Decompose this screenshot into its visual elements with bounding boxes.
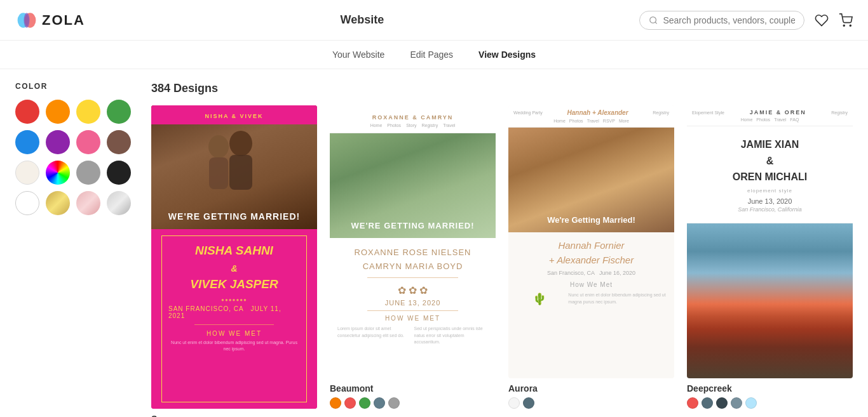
color-blue[interactable] [15,130,39,154]
deepcreek-header: Elopement Style JAMIE & OREN Registry Ho… [687,105,853,126]
deepcreek-name: Deepcreek [687,383,853,394]
aurora-swatch-2[interactable] [523,397,534,409]
beaumont-divider [367,277,458,278]
sona-divider [194,324,273,325]
cart-icon [839,13,853,27]
deepcreek-names: JAMIE XIAN & OREN MICHALI [697,136,843,185]
sona-desc: Nunc ut enim et dolor bibendum adipiscin… [168,340,300,352]
svg-rect-10 [209,157,228,189]
logo[interactable]: ZOLA [15,9,85,32]
aurora-names: Hannah Fornier + Alexander Fischer [549,239,634,267]
aurora-swatches [508,397,674,409]
design-card-deepcreek[interactable]: Elopement Style JAMIE & OREN Registry Ho… [687,105,853,409]
design-card-sona[interactable]: WE'RE GETTING MARRIED! NISHA & VIVEK NIS… [151,105,317,409]
beaumont-desc-right: Sed ut perspiciatis unde omnis iste natu… [414,326,489,346]
beaumont-2col: Lorem ipsum dolor sit amet consectetur a… [337,326,488,346]
deepcreek-swatch-4[interactable] [731,397,742,409]
design-card-beaumont[interactable]: ROXANNE & CAMRYN Home Photos Story Regis… [330,105,496,409]
beaumont-photo: WE'RE GETTING MARRIED! [330,133,496,238]
color-orange[interactable] [46,100,70,124]
beaumont-swatches [330,397,496,409]
sona-location-date: SAN FRANCISCO, CA JULY 11, 2021 [168,305,300,319]
beaumont-swatch-3[interactable] [359,397,370,409]
deepcreek-swatch-3[interactable] [716,397,728,409]
color-gold[interactable] [46,191,70,215]
aurora-bottom: Hannah Fornier + Alexander Fischer San F… [508,232,674,378]
deepcreek-location: San Francisco, California [697,206,843,213]
beaumont-how: HOW WE MET [385,315,440,322]
sona-top-names: NISHA & VIVEK [205,113,263,119]
design-card-aurora[interactable]: Wedding Party Hannah + Alexander Registr… [508,105,674,409]
aurora-desc: Nunc ut enim et dolor bibendum adipiscin… [568,292,668,306]
main-layout: COLOR 384 Designs [0,69,868,417]
color-brown[interactable] [107,130,131,154]
sona-bride: NISHA SAHNI & VIVEK JASPER [190,242,278,293]
color-rose[interactable] [76,191,100,215]
color-yellow[interactable] [76,100,100,124]
svg-point-9 [208,135,229,158]
aurora-how: How We Met [570,281,613,288]
aurora-cactus-icon: 🌵 [532,292,546,306]
beaumont-swatch-5[interactable] [388,397,400,409]
beaumont-card-inner: ROXANNE & CAMRYN Home Photos Story Regis… [330,105,496,378]
deepcreek-top-section: JAMIE XIAN & OREN MICHALI elopement styl… [687,126,853,223]
aurora-name: Aurora [508,383,674,394]
sidebar: COLOR [15,82,136,409]
color-pink[interactable] [76,130,100,154]
deepcreek-swatch-1[interactable] [687,397,698,409]
search-box[interactable] [639,11,804,30]
wishlist-button[interactable] [815,13,829,27]
deepcreek-top-names: JAMIE & OREN [750,109,806,116]
svg-rect-8 [229,155,252,190]
beaumont-name: Beaumont [330,383,496,394]
color-green[interactable] [107,100,131,124]
color-black[interactable] [107,161,131,185]
sub-nav-view-designs[interactable]: View Designs [478,50,536,60]
header: ZOLA Website [0,0,868,41]
header-title: Website [341,13,384,27]
aurora-photo: We're Getting Married! [508,128,674,232]
beaumont-swatch-2[interactable] [344,397,356,409]
search-input[interactable] [663,15,795,25]
deepcreek-subtitle: elopement style [697,188,843,194]
sona-how-we-met: HOW WE MET [207,330,262,337]
content-area: 384 Designs [151,82,853,409]
svg-point-6 [850,25,851,26]
sona-photo-text: WE'RE GETTING MARRIED! [151,211,317,222]
deepcreek-swatch-5[interactable] [745,397,757,409]
color-red[interactable] [15,100,39,124]
aurora-swatch-1[interactable] [508,397,520,409]
color-gray[interactable] [76,161,100,185]
deepcreek-swatches [687,397,853,409]
aurora-card-inner: Wedding Party Hannah + Alexander Registr… [508,105,674,378]
beaumont-header: ROXANNE & CAMRYN Home Photos Story Regis… [330,105,496,133]
color-silver[interactable] [107,191,131,215]
beaumont-desc-left: Lorem ipsum dolor sit amet consectetur a… [337,326,412,346]
aurora-top-names-center: Hannah + Alexander [567,109,628,116]
sub-nav-your-website[interactable]: Your Website [332,50,385,60]
color-white[interactable] [15,191,39,215]
svg-line-4 [655,22,657,23]
beaumont-swatch-4[interactable] [374,397,385,409]
header-right [639,11,853,30]
beaumont-bottom: ROXANNE ROSE NIELSEN CAMRYN MARIA BOYD ✿… [330,238,496,378]
color-purple[interactable] [46,130,70,154]
beaumont-top-names: ROXANNE & CAMRYN [372,114,454,121]
color-rainbow[interactable] [46,161,70,185]
search-icon [649,15,658,25]
cart-button[interactable] [839,13,853,27]
deepcreek-card-inner: Elopement Style JAMIE & OREN Registry Ho… [687,105,853,378]
beaumont-swatch-1[interactable] [330,397,341,409]
sub-nav: Your Website Edit Pages View Designs [0,41,868,69]
designs-grid: WE'RE GETTING MARRIED! NISHA & VIVEK NIS… [151,105,853,409]
deepcreek-swatch-2[interactable] [702,397,713,409]
svg-point-5 [843,25,844,26]
beaumont-date: JUNE 13, 2020 [385,299,441,307]
beaumont-names: ROXANNE ROSE NIELSEN CAMRYN MARIA BOYD [355,246,471,274]
svg-point-7 [229,131,252,156]
color-cream[interactable] [15,161,39,185]
logo-text: ZOLA [42,12,85,29]
sub-nav-edit-pages[interactable]: Edit Pages [410,50,453,60]
sidebar-color-title: COLOR [15,82,136,91]
sona-card-inner: WE'RE GETTING MARRIED! NISHA & VIVEK NIS… [151,105,317,409]
